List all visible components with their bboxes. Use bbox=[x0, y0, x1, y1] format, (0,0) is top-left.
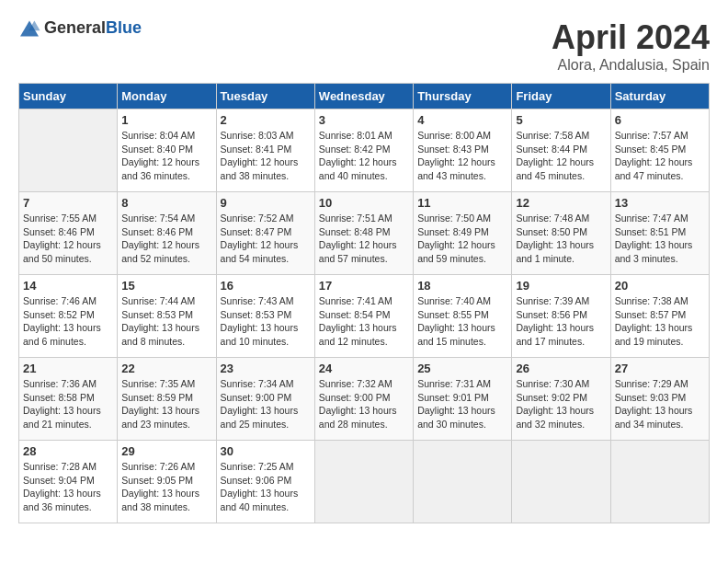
calendar-day-cell bbox=[314, 441, 413, 523]
day-number: 9 bbox=[221, 196, 311, 210]
weekday-header: Sunday bbox=[19, 84, 118, 109]
day-info: Sunrise: 7:32 AMSunset: 9:00 PMDaylight:… bbox=[319, 377, 409, 431]
day-number: 23 bbox=[221, 362, 311, 375]
day-number: 25 bbox=[417, 362, 507, 375]
day-info: Sunrise: 7:34 AMSunset: 9:00 PMDaylight:… bbox=[221, 377, 311, 431]
weekday-header: Friday bbox=[512, 84, 610, 109]
day-number: 4 bbox=[417, 113, 507, 127]
calendar-day-cell: 5Sunrise: 7:58 AMSunset: 8:44 PMDaylight… bbox=[512, 109, 610, 192]
calendar-day-cell bbox=[414, 441, 512, 523]
calendar-day-cell: 28Sunrise: 7:28 AMSunset: 9:04 PMDayligh… bbox=[19, 441, 118, 523]
day-number: 24 bbox=[319, 362, 409, 375]
weekday-header: Monday bbox=[118, 84, 216, 109]
logo: GeneralBlue bbox=[18, 18, 142, 38]
calendar-day-cell: 30Sunrise: 7:25 AMSunset: 9:06 PMDayligh… bbox=[216, 441, 314, 523]
calendar-day-cell: 14Sunrise: 7:46 AMSunset: 8:52 PMDayligh… bbox=[19, 275, 118, 358]
calendar-day-cell: 15Sunrise: 7:44 AMSunset: 8:53 PMDayligh… bbox=[118, 275, 216, 358]
calendar-day-cell bbox=[19, 109, 118, 192]
calendar-day-cell: 23Sunrise: 7:34 AMSunset: 9:00 PMDayligh… bbox=[216, 358, 314, 441]
day-info: Sunrise: 8:04 AMSunset: 8:40 PMDaylight:… bbox=[121, 129, 211, 183]
calendar-day-cell: 1Sunrise: 8:04 AMSunset: 8:40 PMDaylight… bbox=[118, 109, 216, 192]
logo-text: GeneralBlue bbox=[44, 18, 142, 38]
day-number: 11 bbox=[417, 196, 507, 210]
calendar-day-cell: 29Sunrise: 7:26 AMSunset: 9:05 PMDayligh… bbox=[118, 441, 216, 523]
day-info: Sunrise: 7:25 AMSunset: 9:06 PMDaylight:… bbox=[221, 460, 311, 514]
calendar-day-cell: 4Sunrise: 8:00 AMSunset: 8:43 PMDaylight… bbox=[414, 109, 512, 192]
day-number: 8 bbox=[121, 196, 211, 210]
day-number: 10 bbox=[319, 196, 409, 210]
day-number: 28 bbox=[23, 444, 113, 458]
calendar-day-cell: 9Sunrise: 7:52 AMSunset: 8:47 PMDaylight… bbox=[216, 192, 314, 275]
calendar-week-row: 1Sunrise: 8:04 AMSunset: 8:40 PMDaylight… bbox=[19, 109, 710, 192]
calendar-day-cell: 12Sunrise: 7:48 AMSunset: 8:50 PMDayligh… bbox=[512, 192, 610, 275]
calendar-day-cell: 27Sunrise: 7:29 AMSunset: 9:03 PMDayligh… bbox=[610, 358, 709, 441]
day-number: 13 bbox=[615, 196, 705, 210]
day-number: 18 bbox=[417, 279, 507, 293]
calendar-day-cell: 16Sunrise: 7:43 AMSunset: 8:53 PMDayligh… bbox=[216, 275, 314, 358]
day-info: Sunrise: 7:58 AMSunset: 8:44 PMDaylight:… bbox=[516, 129, 606, 183]
page-header: GeneralBlue April 2024 Alora, Andalusia,… bbox=[18, 18, 710, 74]
day-number: 15 bbox=[121, 279, 211, 293]
calendar-week-row: 28Sunrise: 7:28 AMSunset: 9:04 PMDayligh… bbox=[19, 441, 710, 523]
day-info: Sunrise: 7:50 AMSunset: 8:49 PMDaylight:… bbox=[417, 212, 507, 266]
calendar-day-cell: 24Sunrise: 7:32 AMSunset: 9:00 PMDayligh… bbox=[314, 358, 413, 441]
calendar-day-cell: 8Sunrise: 7:54 AMSunset: 8:46 PMDaylight… bbox=[118, 192, 216, 275]
day-info: Sunrise: 7:43 AMSunset: 8:53 PMDaylight:… bbox=[221, 294, 311, 349]
day-number: 29 bbox=[121, 444, 211, 458]
weekday-header: Thursday bbox=[414, 84, 512, 109]
weekday-header: Tuesday bbox=[216, 84, 314, 109]
calendar-day-cell: 3Sunrise: 8:01 AMSunset: 8:42 PMDaylight… bbox=[314, 109, 413, 192]
day-info: Sunrise: 7:38 AMSunset: 8:57 PMDaylight:… bbox=[615, 294, 705, 349]
day-info: Sunrise: 7:52 AMSunset: 8:47 PMDaylight:… bbox=[221, 212, 311, 266]
day-number: 5 bbox=[516, 113, 606, 127]
calendar-day-cell: 20Sunrise: 7:38 AMSunset: 8:57 PMDayligh… bbox=[610, 275, 709, 358]
day-number: 7 bbox=[23, 196, 113, 210]
day-info: Sunrise: 7:28 AMSunset: 9:04 PMDaylight:… bbox=[23, 460, 113, 514]
day-info: Sunrise: 7:26 AMSunset: 9:05 PMDaylight:… bbox=[121, 460, 211, 514]
title-section: April 2024 Alora, Andalusia, Spain bbox=[552, 18, 710, 74]
calendar-day-cell: 22Sunrise: 7:35 AMSunset: 8:59 PMDayligh… bbox=[118, 358, 216, 441]
weekday-header: Saturday bbox=[610, 84, 709, 109]
day-info: Sunrise: 7:30 AMSunset: 9:02 PMDaylight:… bbox=[516, 377, 606, 431]
calendar-day-cell: 21Sunrise: 7:36 AMSunset: 8:58 PMDayligh… bbox=[19, 358, 118, 441]
day-info: Sunrise: 7:35 AMSunset: 8:59 PMDaylight:… bbox=[121, 377, 211, 431]
calendar-day-cell: 17Sunrise: 7:41 AMSunset: 8:54 PMDayligh… bbox=[314, 275, 413, 358]
day-number: 19 bbox=[516, 279, 606, 293]
header-row: SundayMondayTuesdayWednesdayThursdayFrid… bbox=[19, 84, 710, 109]
day-info: Sunrise: 7:47 AMSunset: 8:51 PMDaylight:… bbox=[615, 212, 705, 266]
calendar-day-cell: 19Sunrise: 7:39 AMSunset: 8:56 PMDayligh… bbox=[512, 275, 610, 358]
calendar-day-cell bbox=[610, 441, 709, 523]
day-number: 20 bbox=[615, 279, 705, 293]
day-info: Sunrise: 7:54 AMSunset: 8:46 PMDaylight:… bbox=[121, 212, 211, 266]
day-info: Sunrise: 7:48 AMSunset: 8:50 PMDaylight:… bbox=[516, 212, 606, 266]
day-number: 27 bbox=[615, 362, 705, 375]
calendar-table: SundayMondayTuesdayWednesdayThursdayFrid… bbox=[18, 83, 710, 523]
day-number: 3 bbox=[319, 113, 409, 127]
day-info: Sunrise: 7:46 AMSunset: 8:52 PMDaylight:… bbox=[23, 294, 113, 349]
calendar-week-row: 7Sunrise: 7:55 AMSunset: 8:46 PMDaylight… bbox=[19, 192, 710, 275]
day-info: Sunrise: 7:41 AMSunset: 8:54 PMDaylight:… bbox=[319, 294, 409, 349]
logo-icon bbox=[18, 19, 40, 38]
calendar-day-cell: 13Sunrise: 7:47 AMSunset: 8:51 PMDayligh… bbox=[610, 192, 709, 275]
day-number: 26 bbox=[516, 362, 606, 375]
calendar-day-cell bbox=[512, 441, 610, 523]
calendar-week-row: 21Sunrise: 7:36 AMSunset: 8:58 PMDayligh… bbox=[19, 358, 710, 441]
calendar-day-cell: 18Sunrise: 7:40 AMSunset: 8:55 PMDayligh… bbox=[414, 275, 512, 358]
month-title: April 2024 bbox=[552, 18, 710, 57]
weekday-header: Wednesday bbox=[314, 84, 413, 109]
calendar-day-cell: 25Sunrise: 7:31 AMSunset: 9:01 PMDayligh… bbox=[414, 358, 512, 441]
day-info: Sunrise: 7:29 AMSunset: 9:03 PMDaylight:… bbox=[615, 377, 705, 431]
day-number: 14 bbox=[23, 279, 113, 293]
calendar-day-cell: 10Sunrise: 7:51 AMSunset: 8:48 PMDayligh… bbox=[314, 192, 413, 275]
day-number: 1 bbox=[121, 113, 211, 127]
day-number: 6 bbox=[615, 113, 705, 127]
day-info: Sunrise: 7:40 AMSunset: 8:55 PMDaylight:… bbox=[417, 294, 507, 349]
day-info: Sunrise: 7:36 AMSunset: 8:58 PMDaylight:… bbox=[23, 377, 113, 431]
day-number: 12 bbox=[516, 196, 606, 210]
day-number: 22 bbox=[121, 362, 211, 375]
calendar-day-cell: 7Sunrise: 7:55 AMSunset: 8:46 PMDaylight… bbox=[19, 192, 118, 275]
day-info: Sunrise: 7:55 AMSunset: 8:46 PMDaylight:… bbox=[23, 212, 113, 266]
day-info: Sunrise: 7:51 AMSunset: 8:48 PMDaylight:… bbox=[319, 212, 409, 266]
day-number: 16 bbox=[221, 279, 311, 293]
day-info: Sunrise: 7:44 AMSunset: 8:53 PMDaylight:… bbox=[121, 294, 211, 349]
